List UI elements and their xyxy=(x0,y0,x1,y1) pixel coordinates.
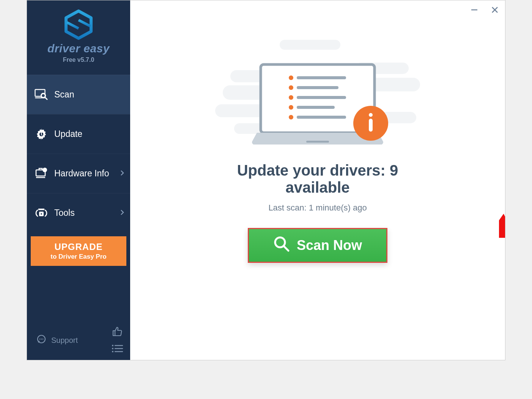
upgrade-button[interactable]: UPGRADE to Driver Easy Pro xyxy=(31,236,126,266)
logo-area: driver easy Free v5.7.0 xyxy=(27,0,130,70)
sidebar-item-label: Update xyxy=(54,129,82,139)
svg-rect-14 xyxy=(44,170,45,171)
last-scan-text: Last scan: 1 minute(s) ago xyxy=(211,203,424,213)
sidebar-item-hardware-info[interactable]: Hardware Info xyxy=(27,154,130,193)
chevron-right-icon xyxy=(120,209,124,217)
bottom-icons xyxy=(111,326,123,355)
svg-line-3 xyxy=(67,22,79,28)
svg-rect-45 xyxy=(297,96,346,99)
thumbs-up-icon[interactable] xyxy=(112,326,123,339)
svg-point-46 xyxy=(289,105,293,110)
close-button[interactable] xyxy=(488,3,501,16)
sidebar-item-tools[interactable]: Tools xyxy=(27,193,130,232)
app-window: driver easy Free v5.7.0 Scan xyxy=(27,0,505,360)
nav: Scan Update xyxy=(27,75,130,232)
window-controls xyxy=(468,3,501,16)
svg-point-25 xyxy=(112,351,113,352)
svg-rect-52 xyxy=(369,119,373,132)
svg-point-42 xyxy=(289,85,293,90)
svg-point-51 xyxy=(369,113,373,117)
svg-point-21 xyxy=(112,345,113,346)
sidebar: driver easy Free v5.7.0 Scan xyxy=(27,0,130,360)
svg-rect-47 xyxy=(297,106,335,109)
chevron-right-icon xyxy=(120,170,124,178)
gear-icon xyxy=(34,127,49,142)
search-icon xyxy=(273,236,290,256)
main-content: Update your drivers: 9 available Last sc… xyxy=(130,0,505,360)
svg-point-18 xyxy=(39,338,41,339)
svg-point-48 xyxy=(289,115,293,119)
sidebar-item-label: Scan xyxy=(54,90,74,100)
sidebar-item-label: Tools xyxy=(54,208,75,218)
list-menu-icon[interactable] xyxy=(111,344,123,355)
support-link[interactable]: Support xyxy=(36,334,78,347)
hero: Update your drivers: 9 available Last sc… xyxy=(211,28,424,263)
svg-line-8 xyxy=(45,97,47,99)
support-label: Support xyxy=(51,336,78,345)
brand-name: driver easy xyxy=(27,42,130,55)
app-logo-icon xyxy=(27,9,130,40)
tools-icon xyxy=(34,206,49,221)
scan-now-button[interactable]: Scan Now xyxy=(248,228,387,263)
headline-text: Update your drivers: 9 available xyxy=(211,162,424,196)
svg-line-2 xyxy=(79,20,90,26)
hardware-info-icon xyxy=(34,166,49,181)
annotation-arrow-icon xyxy=(499,204,505,239)
svg-rect-49 xyxy=(297,116,346,119)
sidebar-item-update[interactable]: Update xyxy=(27,114,130,154)
monitor-search-icon xyxy=(34,87,49,102)
upgrade-line1: UPGRADE xyxy=(31,242,126,252)
svg-point-19 xyxy=(41,338,42,339)
svg-rect-30 xyxy=(280,40,340,50)
sidebar-item-label: Hardware Info xyxy=(54,168,109,179)
sidebar-bottom: Support xyxy=(27,322,130,360)
scan-now-label: Scan Now xyxy=(297,237,362,253)
svg-rect-41 xyxy=(297,76,346,79)
sidebar-item-scan[interactable]: Scan xyxy=(27,75,130,114)
svg-point-23 xyxy=(112,348,113,349)
svg-rect-39 xyxy=(306,141,329,143)
svg-line-54 xyxy=(284,246,288,251)
laptop-illustration-icon xyxy=(211,145,424,151)
svg-point-40 xyxy=(289,75,293,80)
svg-point-20 xyxy=(42,338,44,339)
svg-rect-43 xyxy=(297,86,338,89)
brand-version: Free v5.7.0 xyxy=(27,57,130,63)
svg-point-44 xyxy=(289,95,293,100)
svg-rect-16 xyxy=(40,213,42,215)
chat-bubble-icon xyxy=(36,334,47,347)
upgrade-line2: to Driver Easy Pro xyxy=(31,253,126,261)
minimize-button[interactable] xyxy=(468,3,481,16)
